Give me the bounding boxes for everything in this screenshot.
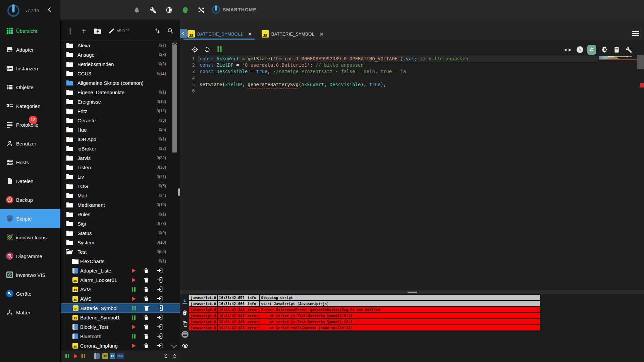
shuffle-off-icon[interactable] (197, 6, 206, 14)
tab-menu-icon[interactable] (632, 30, 639, 37)
delete-script-button[interactable] (143, 314, 150, 321)
log-row[interactable]: javascript.0 16:31:42.668 error Error: R… (189, 307, 540, 313)
tree-row[interactable]: ioBroker0(2) (61, 144, 180, 153)
tree-row[interactable]: JS Batterie_Symbol (61, 303, 180, 313)
sidebar-item-ger-te[interactable]: Geräte (0, 284, 60, 303)
folder-plus-icon[interactable] (93, 26, 102, 35)
tree-row[interactable]: Liv0(21) (61, 172, 180, 181)
delete-script-button[interactable] (143, 333, 150, 340)
tree-row[interactable]: LOG0(5) (61, 181, 180, 191)
open-script-button[interactable] (156, 286, 163, 293)
open-script-button[interactable] (156, 333, 163, 340)
sidebar-item-benutzer[interactable]: Benutzer (0, 134, 60, 153)
log-row[interactable]: javascript.0 16:31:42.668 error at Scrip… (189, 325, 540, 331)
tree-row[interactable]: Hue0(5) (61, 125, 180, 134)
theme-icon[interactable] (165, 6, 173, 14)
sidebar-item-skripte[interactable]: JS Skripte (0, 209, 60, 228)
tree-row[interactable]: Jarvis0(32) (61, 153, 180, 163)
start-script-button[interactable] (130, 267, 137, 274)
tree-row[interactable]: Geraete0(3) (61, 116, 180, 125)
code-editor[interactable]: 123456 const AkkuWert = getState('hm-rpc… (180, 56, 644, 290)
sidebar-item-objekte[interactable]: Objekte (0, 78, 60, 97)
tree-row[interactable]: JS Batterie_Symbol1 (61, 313, 180, 322)
tree-row[interactable]: Betriebsstunden0(3) (61, 59, 180, 69)
tree-row[interactable]: JS AWS (61, 294, 180, 303)
open-script-button[interactable] (156, 276, 163, 284)
hide-log-icon[interactable] (181, 342, 189, 349)
log-resize-divider[interactable] (180, 290, 644, 294)
plus-icon[interactable]: + (79, 26, 88, 35)
close-tab-icon[interactable]: ✕ (319, 32, 324, 37)
tree-row[interactable]: System0(10) (61, 238, 180, 247)
log-row[interactable]: javascript.0 16:31:42.666 info start Jav… (189, 301, 540, 307)
delete-script-button[interactable] (143, 276, 150, 284)
script-running-pause-button[interactable] (130, 304, 138, 312)
tree-resize-grip[interactable] (178, 188, 180, 196)
tree-row[interactable]: Medikament0(10) (61, 200, 180, 209)
tree-row[interactable]: Alexa0(7) (61, 41, 180, 50)
clear-log-icon[interactable] (181, 309, 189, 316)
start-script-button[interactable] (130, 295, 137, 302)
loglevel-icon[interactable] (181, 330, 189, 338)
sidebar-item-icontwo-icons[interactable]: icontwo Icons (0, 228, 60, 247)
delete-script-button[interactable] (143, 323, 150, 330)
tree-row[interactable]: Bluetooth (61, 331, 180, 341)
delete-script-button[interactable] (143, 304, 150, 312)
tree-row[interactable]: Adapter_Liste (61, 266, 180, 275)
open-script-button[interactable] (156, 304, 164, 312)
delete-script-button[interactable] (143, 295, 150, 302)
close-tab-icon[interactable]: ✕ (248, 32, 252, 37)
pause-green-filter[interactable] (63, 352, 71, 360)
open-script-button[interactable] (156, 323, 163, 330)
download-icon[interactable] (181, 298, 189, 305)
js-filter[interactable]: JS (101, 352, 109, 360)
tree-row[interactable]: Blockly_Test (61, 322, 180, 331)
pause-running-icon[interactable] (215, 45, 224, 54)
open-script-button[interactable] (156, 267, 163, 274)
dots-vertical-icon[interactable]: ⋮ (66, 26, 74, 35)
tree-row[interactable]: Allgemeine Skripte (common) (61, 78, 180, 87)
tree-row[interactable]: Listen0(28) (61, 163, 180, 172)
bell-icon[interactable] (132, 6, 141, 14)
script-running-pause-button[interactable] (130, 314, 137, 321)
tree-row[interactable]: Ansage0(8) (61, 50, 180, 59)
start-script-button[interactable] (130, 342, 137, 349)
log-row[interactable]: javascript.0 16:31:42.668 error at scrip… (189, 313, 540, 319)
unfold-more-icon[interactable] (171, 352, 178, 360)
tab-batterie_symbol[interactable]: JS BATTERIE_SYMBOL ✕ (262, 29, 324, 39)
tree-row[interactable]: JS AVM (61, 285, 180, 294)
delete-script-button[interactable] (143, 286, 150, 293)
clipboard-icon[interactable] (612, 45, 621, 54)
blockly-filter[interactable] (93, 352, 100, 360)
history-icon[interactable] (576, 45, 584, 54)
start-script-button[interactable] (130, 323, 137, 330)
wrench-icon[interactable] (149, 6, 157, 14)
tree-row[interactable]: Fritz0(12) (61, 106, 180, 116)
copy-log-icon[interactable] (181, 320, 189, 328)
delete-script-button[interactable] (143, 342, 150, 349)
editor-scrollbar-thumb[interactable] (637, 55, 644, 69)
open-script-button[interactable] (156, 342, 163, 349)
refresh-icon[interactable] (203, 45, 212, 54)
ts-filter[interactable]: TS (109, 352, 116, 360)
pause-yellow-filter[interactable] (79, 352, 87, 360)
unfold-less-icon[interactable] (162, 352, 169, 360)
tree-row[interactable]: CCU30(11) (61, 69, 180, 78)
sidebar-item--bersicht[interactable]: Übersicht (0, 21, 60, 40)
log-row[interactable]: javascript.0 16:31:42.668 error at scrip… (189, 319, 540, 325)
tree-row[interactable]: Mail0(4) (61, 191, 180, 200)
sidebar-item-matter[interactable]: Matter (0, 303, 60, 322)
tree-row[interactable]: JS Corona_Impfung (61, 341, 180, 350)
tree-row[interactable]: Ereignisse0(12) (61, 97, 180, 106)
tab-batterie_symbol1[interactable]: JS BATTERIE_SYMBOL1 ✕ (187, 29, 252, 39)
sidebar-item-dateien[interactable]: Dateien (0, 172, 60, 190)
tree-row[interactable]: Sigi0(78) (61, 219, 180, 228)
collapse-sidebar-button[interactable] (46, 7, 52, 13)
tree-row[interactable]: FlexCharts0(1) (61, 256, 180, 266)
tree-row[interactable]: Eigene_Datenpunkte0(1) (61, 87, 180, 97)
sidebar-item-adapter[interactable]: Adapter (0, 40, 60, 59)
sidebar-item-diagramme[interactable]: Diagramme (0, 247, 60, 265)
script-running-pause-button[interactable] (130, 333, 137, 340)
open-script-button[interactable] (156, 295, 163, 302)
delete-script-button[interactable] (143, 267, 150, 274)
